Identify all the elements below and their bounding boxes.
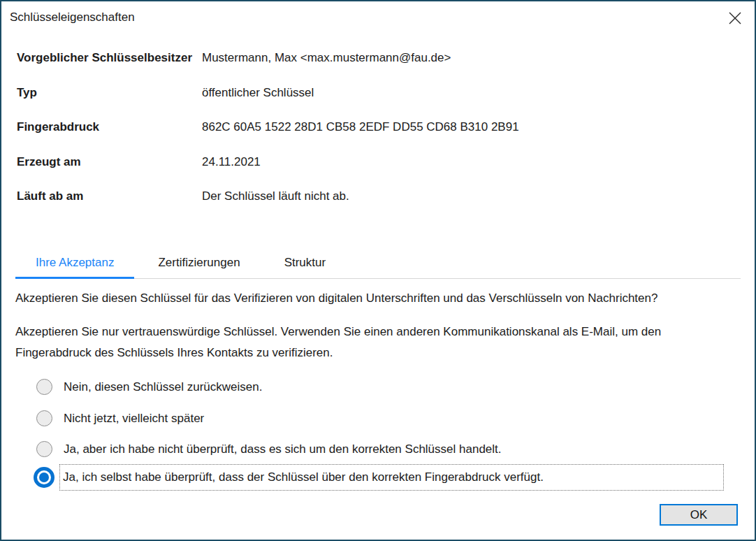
key-properties-list: Vorgeblicher Schlüsselbesitzer Musterman… <box>17 46 739 219</box>
property-value: Der Schlüssel läuft nicht ab. <box>202 189 349 203</box>
radio-option-reject[interactable]: Nein, diesen Schlüssel zurückweisen. <box>36 379 724 395</box>
property-label: Erzeugt am <box>17 155 202 169</box>
property-label: Vorgeblicher Schlüsselbesitzer <box>17 51 202 65</box>
property-label: Typ <box>17 86 202 100</box>
radio-option-undecided[interactable]: Nicht jetzt, vielleicht später <box>36 410 724 426</box>
key-properties-dialog: Schlüsseleigenschaften Vorgeblicher Schl… <box>0 0 756 541</box>
radio-option-label[interactable]: Ja, aber ich habe nicht überprüft, dass … <box>64 442 502 456</box>
radio-option-label[interactable]: Ja, ich selbst habe überprüft, dass der … <box>63 470 544 484</box>
property-label: Läuft ab am <box>17 189 202 203</box>
property-value: öffentlicher Schlüssel <box>202 86 314 100</box>
property-value: 862C 60A5 1522 28D1 CB58 2EDF DD55 CD68 … <box>202 120 519 134</box>
ok-button[interactable]: OK <box>660 504 738 526</box>
tab-struktur[interactable]: Struktur <box>264 247 347 278</box>
dialog-title: Schlüsseleigenschaften <box>10 10 135 24</box>
radio-option-verified[interactable]: Ja, ich selbst habe überprüft, dass der … <box>36 464 724 491</box>
radio-button[interactable] <box>36 379 52 395</box>
close-icon <box>728 11 742 25</box>
titlebar: Schlüsseleigenschaften <box>1 1 755 41</box>
radio-option-label[interactable]: Nein, diesen Schlüssel zurückweisen. <box>64 380 262 394</box>
radio-button[interactable] <box>36 410 52 426</box>
acceptance-question: Akzeptieren Sie diesen Schlüssel für das… <box>15 289 734 308</box>
tab-ihre-akzeptanz[interactable]: Ihre Akzeptanz <box>15 247 134 278</box>
radio-button[interactable] <box>36 441 52 457</box>
property-label: Fingerabdruck <box>17 120 202 134</box>
radio-button-selected[interactable] <box>34 467 54 488</box>
property-row: Läuft ab am Der Schlüssel läuft nicht ab… <box>17 185 739 219</box>
property-row: Erzeugt am 24.11.2021 <box>17 150 739 185</box>
tab-zertifizierungen[interactable]: Zertifizierungen <box>138 247 260 278</box>
radio-option-unverified[interactable]: Ja, aber ich habe nicht überprüft, dass … <box>36 441 724 457</box>
radio-option-label[interactable]: Nicht jetzt, vielleicht später <box>64 412 204 426</box>
focus-outline[interactable]: Ja, ich selbst habe überprüft, dass der … <box>59 464 724 491</box>
close-button[interactable] <box>725 8 745 28</box>
property-value: 24.11.2021 <box>202 155 261 169</box>
property-row: Vorgeblicher Schlüsselbesitzer Musterman… <box>17 46 739 81</box>
tab-bar: Ihre Akzeptanz Zertifizierungen Struktur <box>15 247 741 279</box>
acceptance-advice: Akzeptieren Sie nur vertrauenswürdige Sc… <box>15 322 706 363</box>
property-value: Mustermann, Max <max.mustermann@fau.de> <box>202 51 451 65</box>
property-row: Fingerabdruck 862C 60A5 1522 28D1 CB58 2… <box>17 115 739 150</box>
property-row: Typ öffentlicher Schlüssel <box>17 81 739 116</box>
